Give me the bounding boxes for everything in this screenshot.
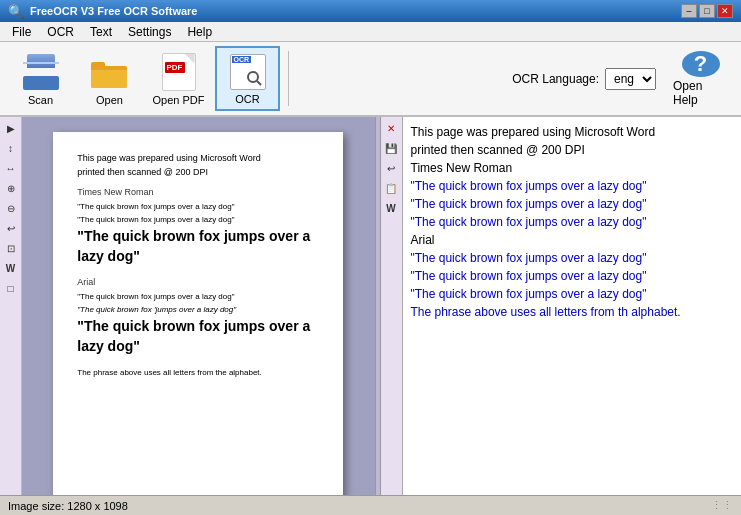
doc-line1: This page was prepared using Microsoft W…: [77, 152, 319, 165]
tool-zoom-in[interactable]: ⊕: [2, 179, 20, 197]
menu-help[interactable]: Help: [179, 23, 220, 41]
output-line-3: "The quick brown fox jumps over a lazy d…: [411, 177, 734, 195]
tool-word-output[interactable]: W: [382, 199, 400, 217]
tool-rotate[interactable]: ↩: [2, 219, 20, 237]
resize-grip: ⋮⋮: [711, 499, 733, 512]
magnifier-icon: [245, 69, 263, 87]
title-bar-controls: – □ ✕: [681, 4, 733, 18]
scan-icon-area: [20, 51, 62, 92]
main-content: ▶ ↕ ↔ ⊕ ⊖ ↩ ⊡ W □ This page was prepared…: [0, 117, 741, 495]
menu-text[interactable]: Text: [82, 23, 120, 41]
pdf-badge: PDF: [165, 62, 185, 73]
doc-q1a: "The quick brown fox jumps over a lazy d…: [77, 201, 319, 212]
title-bar-left: 🔍 FreeOCR V3 Free OCR Software: [8, 4, 198, 19]
output-line-5: "The quick brown fox jumps over a lazy d…: [411, 213, 734, 231]
doc-footer: The phrase above uses all letters from t…: [77, 367, 319, 378]
scan-button[interactable]: Scan: [8, 46, 73, 111]
tool-move-h[interactable]: ↔: [2, 159, 20, 177]
doc-q2c-large: "The quick brown fox jumps over a lazy d…: [77, 317, 319, 356]
minimize-button[interactable]: –: [681, 4, 697, 18]
title-bar: 🔍 FreeOCR V3 Free OCR Software – □ ✕: [0, 0, 741, 22]
ocr-toolbar-icon: OCR: [230, 54, 266, 90]
doc-section2: Arial "The quick brown fox jumps over a …: [77, 276, 319, 356]
maximize-button[interactable]: □: [699, 4, 715, 18]
open-icon-area: [89, 51, 131, 92]
document-preview[interactable]: This page was prepared using Microsoft W…: [22, 117, 375, 495]
output-line-8: "The quick brown fox jumps over a lazy d…: [411, 267, 734, 285]
tool-text[interactable]: W: [2, 259, 20, 277]
left-sidebar: ▶ ↕ ↔ ⊕ ⊖ ↩ ⊡ W □: [0, 117, 22, 495]
output-line-6: Arial: [411, 231, 734, 249]
ocr-button[interactable]: OCR OCR: [215, 46, 280, 111]
tool-undo-output[interactable]: ↩: [382, 159, 400, 177]
scan-label: Scan: [28, 94, 53, 106]
tool-zoom-out[interactable]: ⊖: [2, 199, 20, 217]
ocr-icon-area: OCR: [227, 52, 269, 91]
ocr-label: OCR: [235, 93, 259, 105]
ocr-language-label: OCR Language:: [512, 72, 599, 86]
app-icon: 🔍: [8, 4, 24, 19]
svg-line-1: [257, 81, 261, 85]
help-icon: ?: [682, 51, 720, 77]
tool-copy-output[interactable]: 📋: [382, 179, 400, 197]
toolbar-divider: [288, 51, 289, 106]
open-button[interactable]: Open: [77, 46, 142, 111]
ocr-language-area: OCR Language: eng: [512, 68, 656, 90]
tool-rect[interactable]: □: [2, 279, 20, 297]
doc-q2b: "The quick brown fox 'jumps over a lazy …: [77, 304, 319, 315]
app-title: FreeOCR V3 Free OCR Software: [30, 5, 198, 17]
doc-q2a: "The quick brown fox jumps over a lazy d…: [77, 291, 319, 302]
folder-icon: [91, 56, 129, 88]
menu-ocr[interactable]: OCR: [39, 23, 82, 41]
open-pdf-icon-area: PDF: [158, 51, 200, 92]
menu-settings[interactable]: Settings: [120, 23, 179, 41]
open-label: Open: [96, 94, 123, 106]
doc-line2: printed then scanned @ 200 DPI: [77, 166, 319, 179]
doc-font1: Times New Roman: [77, 186, 319, 199]
scan-icon: [21, 54, 61, 90]
output-line-9: "The quick brown fox jumps over a lazy d…: [411, 285, 734, 303]
output-line-10: The phrase above uses all letters from t…: [411, 303, 734, 321]
text-output[interactable]: This page was prepared using Microsoft W…: [403, 117, 742, 495]
pdf-icon: PDF: [162, 53, 196, 91]
image-size-label: Image size: 1280 x 1098: [8, 500, 128, 512]
help-label: Open Help: [673, 79, 728, 107]
document-page: This page was prepared using Microsoft W…: [53, 132, 343, 495]
doc-font2: Arial: [77, 276, 319, 289]
menu-bar: File OCR Text Settings Help: [0, 22, 741, 42]
output-line-4: "The quick brown fox jumps over a lazy d…: [411, 195, 734, 213]
doc-q1c-large: "The quick brown fox jumps over a lazy d…: [77, 227, 319, 266]
output-line-1: printed then scanned @ 200 DPI: [411, 141, 734, 159]
open-help-button[interactable]: ? Open Help: [668, 46, 733, 111]
open-pdf-button[interactable]: PDF Open PDF: [146, 46, 211, 111]
output-line-0: This page was prepared using Microsoft W…: [411, 123, 734, 141]
output-line-7: "The quick brown fox jumps over a lazy d…: [411, 249, 734, 267]
right-tools: ✕ 💾 ↩ 📋 W: [381, 117, 403, 495]
toolbar: Scan Open PDF Open PDF OCR: [0, 42, 741, 117]
tool-close-output[interactable]: ✕: [382, 119, 400, 137]
tool-select[interactable]: ⊡: [2, 239, 20, 257]
tool-save-output[interactable]: 💾: [382, 139, 400, 157]
status-bar: Image size: 1280 x 1098 ⋮⋮: [0, 495, 741, 515]
menu-file[interactable]: File: [4, 23, 39, 41]
close-button[interactable]: ✕: [717, 4, 733, 18]
tool-arrow[interactable]: ▶: [2, 119, 20, 137]
svg-point-0: [248, 72, 258, 82]
tool-move-v[interactable]: ↕: [2, 139, 20, 157]
open-pdf-label: Open PDF: [153, 94, 205, 106]
output-line-2: Times New Roman: [411, 159, 734, 177]
doc-q1b: "The quick brown fox jumps over a lazy d…: [77, 214, 319, 225]
ocr-badge: OCR: [232, 56, 252, 63]
ocr-language-select[interactable]: eng: [605, 68, 656, 90]
